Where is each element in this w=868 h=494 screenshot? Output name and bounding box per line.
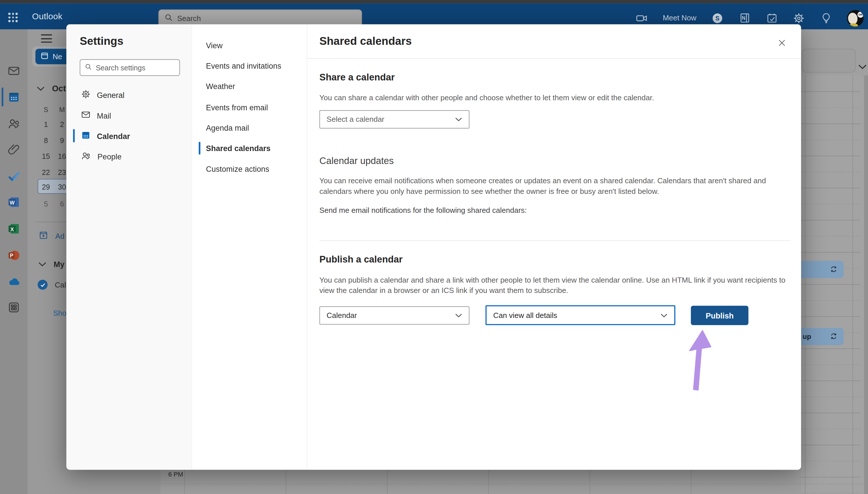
settings-gear-icon[interactable] [793,12,805,24]
permission-dropdown[interactable]: Can view all details [486,305,675,325]
month-selector[interactable]: Oct [37,83,66,93]
settings-nav-column: Settings General Mail [66,24,192,470]
calendar-icon [81,130,91,142]
checked-circle-icon[interactable] [38,280,48,290]
app-rail: W X P [0,29,27,494]
gear-icon [81,89,91,100]
mini-cal-date[interactable]: 8 [39,136,53,145]
add-calendar-button[interactable]: Ad [39,230,64,242]
settings-nav-mail[interactable]: Mail [66,105,192,126]
updates-body: You can receive email notifications when… [319,175,791,196]
subnav-agenda-mail[interactable]: Agenda mail [192,117,307,138]
settings-title: Settings [80,35,123,48]
publish-calendar-dropdown[interactable]: Calendar [319,306,470,325]
calendar-list-item[interactable]: Cal [38,280,66,290]
tasks-icon[interactable] [766,12,777,24]
close-icon[interactable] [775,37,788,49]
rail-onedrive-icon[interactable] [0,272,27,291]
day-column-line [691,470,691,494]
settings-nav-general[interactable]: General [66,85,192,105]
dropdown-value: Select a calendar [327,115,384,124]
svg-text:P: P [10,252,13,259]
sidebar-divider [35,222,68,222]
publish-button[interactable]: Publish [691,306,749,325]
share-heading: Share a calendar [319,72,395,83]
rail-attachments-icon[interactable] [0,140,27,159]
rail-selected-indicator [2,88,3,107]
settings-search[interactable] [80,59,180,76]
subnav-weather[interactable]: Weather [192,76,307,96]
hamburger-menu-icon[interactable] [41,35,52,43]
new-event-button[interactable]: Ne [35,49,68,64]
nav-label: Calendar [97,132,130,140]
shared-calendars-pane: Shared calendars Share a calendar You ca… [307,24,801,470]
publish-heading: Publish a calendar [319,254,403,265]
onenote-icon[interactable]: N [738,12,751,24]
rail-word-icon[interactable]: W [0,193,27,212]
subnav-shared-calendars[interactable]: Shared calendars [192,138,307,158]
chevron-down-icon [38,259,46,269]
subnav-label: Events from email [206,103,268,112]
rail-mail-icon[interactable] [0,61,27,80]
dropdown-value: Can view all details [493,311,557,319]
subnav-label: Weather [206,81,235,91]
skype-icon[interactable]: S [711,12,723,24]
view-switcher-button[interactable] [802,49,856,73]
rail-powerpoint-icon[interactable]: P [0,246,27,265]
mini-cal-day-header: S [39,106,53,113]
settings-nav-people[interactable]: People [66,146,192,167]
account-avatar[interactable]: OK [847,10,864,26]
svg-text:X: X [10,226,14,232]
subnav-customize-actions[interactable]: Customize actions [192,158,307,179]
subnav-events-invitations[interactable]: Events and invitations [192,55,307,76]
show-all-label: Sho [53,309,66,317]
scroll-gutter[interactable] [864,75,868,494]
mini-cal-date[interactable]: 5 [39,200,53,208]
settings-nav-calendar[interactable]: Calendar [66,126,192,146]
dropdown-value: Calendar [327,311,357,320]
search-input[interactable] [177,14,356,22]
meet-now-label[interactable]: Meet Now [663,14,696,22]
subnav-label: Events and invitations [206,61,281,70]
nav-label: General [97,91,124,99]
select-calendar-dropdown[interactable]: Select a calendar [319,110,470,129]
app-launcher-icon[interactable] [7,12,19,23]
meet-now-camera-icon[interactable] [635,12,648,24]
rail-people-icon[interactable] [0,114,27,133]
screen: Outlook Meet Now S N [0,0,868,494]
my-calendars-group[interactable]: My [38,259,64,269]
subnav-view[interactable]: View [192,35,307,55]
rail-calendar-icon[interactable] [0,88,27,107]
chevron-down-icon [455,313,462,318]
chevron-down-icon [455,117,462,122]
notifications-label: Send me email notifications for the foll… [319,206,527,214]
nav-label: People [97,152,121,161]
people-icon [81,151,92,163]
system-strip [0,0,868,3]
mini-cal-date[interactable]: 29 [39,183,53,191]
subnav-events-from-email[interactable]: Events from email [192,97,307,117]
mini-cal-date[interactable]: 15 [39,152,53,160]
brand-title: Outlook [32,3,63,30]
add-calendar-label: Ad [55,232,64,241]
nav-label: Mail [97,111,111,120]
rail-more-apps-icon[interactable] [0,298,27,317]
calendar-event[interactable]: up [797,328,844,345]
chevron-down-icon[interactable] [858,64,867,70]
tips-lightbulb-icon[interactable] [820,12,832,24]
calendar-event[interactable] [797,261,844,278]
subnav-label: Shared calendars [206,144,270,152]
new-event-label: Ne [53,52,62,61]
settings-search-input[interactable] [96,63,175,72]
show-all-link[interactable]: Sho [53,309,66,317]
rail-todo-icon[interactable] [0,167,27,186]
settings-modal: Settings General Mail [66,24,801,470]
rail-excel-icon[interactable]: X [0,220,27,239]
mini-cal-date[interactable]: 1 [39,120,53,128]
half-hour-line [160,484,868,484]
mini-cal-date[interactable]: 22 [39,168,53,177]
chevron-down-icon [660,313,668,318]
settings-subnav-column: View Events and invitations Weather Even… [192,24,307,470]
day-column-line [488,470,489,494]
month-label: Oct [52,83,66,93]
